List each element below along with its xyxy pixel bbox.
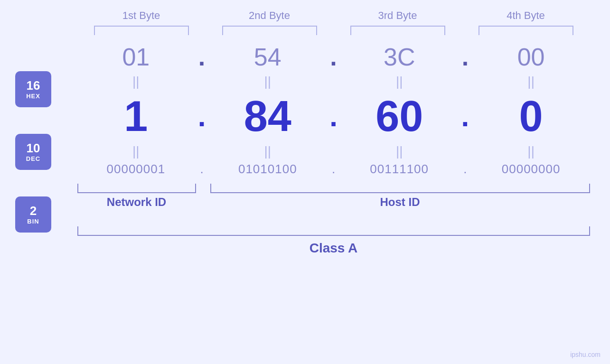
byte-header-3: 3rd Byte	[334, 9, 462, 22]
bin-row: 00000001 . 01010100 . 00111100 . 0000000…	[77, 162, 590, 177]
content-area: 1st Byte 2nd Byte 3rd Byte 4th Byte 01 .	[57, 9, 610, 256]
hex-row: 01 . 54 . 3C . 00	[77, 43, 590, 71]
bracket-cell-2	[206, 26, 334, 35]
network-id-bracket	[77, 184, 196, 193]
hex-byte-1: 01	[77, 43, 195, 71]
hex-base-num: 16	[27, 79, 40, 93]
bottom-brackets-container: Network ID Host ID	[77, 184, 590, 222]
watermark: ipshu.com	[570, 351, 601, 358]
host-id-bracket	[210, 184, 590, 193]
eq2-1: ||	[77, 145, 195, 158]
top-bracket-3	[350, 26, 445, 35]
dec-badge: 10 DEC	[15, 134, 51, 170]
top-bracket-4	[479, 26, 573, 35]
eq1-2: ||	[209, 75, 327, 88]
dec-byte-2: 84	[209, 92, 327, 141]
class-a-container: Class A	[77, 226, 590, 256]
class-a-label: Class A	[77, 241, 590, 256]
top-bracket-1	[94, 26, 189, 35]
bin-dot-3: .	[458, 162, 472, 177]
dec-base-name: DEC	[26, 155, 40, 162]
bin-dot-1: .	[195, 162, 209, 177]
bin-base-num: 2	[30, 204, 37, 218]
hex-dot-3: .	[458, 45, 472, 69]
hex-dot-1: .	[195, 45, 209, 69]
byte-headers-row: 1st Byte 2nd Byte 3rd Byte 4th Byte	[77, 9, 590, 22]
dec-dot-3: .	[458, 95, 472, 138]
hex-dot-2: .	[327, 45, 341, 69]
hex-badge: 16 HEX	[15, 71, 51, 107]
equals-row-1: || || || ||	[77, 75, 590, 88]
bin-badge: 2 BIN	[15, 196, 51, 233]
class-a-bracket	[77, 226, 590, 236]
eq1-3: ||	[340, 75, 458, 88]
hex-byte-2: 54	[209, 43, 327, 71]
bracket-cell-3	[334, 26, 462, 35]
bin-byte-1: 00000001	[77, 162, 195, 177]
equals-row-2: || || || ||	[77, 145, 590, 158]
dec-dot-2: .	[327, 95, 341, 138]
host-id-label: Host ID	[210, 196, 590, 209]
hex-base-name: HEX	[26, 93, 40, 100]
hex-byte-3: 3C	[340, 43, 458, 71]
base-labels-column: 16 HEX 10 DEC 2 BIN	[9, 9, 57, 233]
dec-row: 1 . 84 . 60 . 0	[77, 92, 590, 141]
eq2-3: ||	[340, 145, 458, 158]
top-bracket-2	[222, 26, 317, 35]
byte-header-4: 4th Byte	[462, 9, 590, 22]
eq1-1: ||	[77, 75, 195, 88]
byte-header-2: 2nd Byte	[206, 9, 334, 22]
bin-byte-3: 00111100	[340, 162, 458, 177]
bin-dot-2: .	[327, 162, 341, 177]
bin-byte-2: 01010100	[209, 162, 327, 177]
eq2-2: ||	[209, 145, 327, 158]
main-layout: 16 HEX 10 DEC 2 BIN 1st Byte 2nd Byte 3r…	[0, 0, 610, 364]
bracket-cell-1	[77, 26, 206, 35]
bin-byte-4: 00000000	[472, 162, 590, 177]
eq2-4: ||	[472, 145, 590, 158]
bin-base-name: BIN	[27, 218, 39, 225]
eq1-4: ||	[472, 75, 590, 88]
dec-byte-4: 0	[472, 92, 590, 141]
hex-byte-4: 00	[472, 43, 590, 71]
dec-base-num: 10	[27, 141, 40, 155]
top-brackets	[77, 26, 590, 35]
network-id-label: Network ID	[77, 196, 196, 209]
byte-header-1: 1st Byte	[77, 9, 206, 22]
dec-byte-3: 60	[340, 92, 458, 141]
dec-dot-1: .	[195, 95, 209, 138]
bracket-cell-4	[462, 26, 590, 35]
dec-byte-1: 1	[77, 92, 195, 141]
